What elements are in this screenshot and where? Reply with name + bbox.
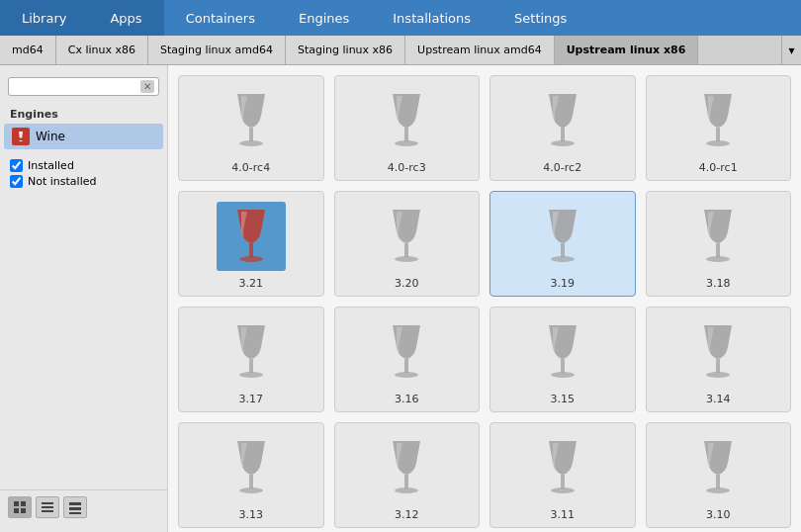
card-label: 3.13 <box>239 508 264 521</box>
content-area[interactable]: 4.0-rc4 4.0-rc3 4.0-rc2 <box>168 65 801 532</box>
wine-glass-container <box>217 86 286 155</box>
nav-installations[interactable]: Installations <box>371 0 492 36</box>
svg-rect-21 <box>404 243 408 257</box>
svg-rect-9 <box>69 507 81 510</box>
engines-section-label: Engines <box>0 104 167 123</box>
engine-card[interactable]: 3.15 <box>490 307 636 412</box>
wine-engine-label: Wine <box>36 130 65 143</box>
svg-rect-37 <box>404 475 408 488</box>
card-label: 3.12 <box>395 508 419 521</box>
svg-point-32 <box>551 372 575 378</box>
engine-card[interactable]: 4.0-rc1 <box>646 75 792 181</box>
svg-rect-39 <box>561 475 565 488</box>
engine-card[interactable]: 3.19 <box>490 191 636 297</box>
installed-label: Installed <box>28 159 74 172</box>
engines-grid: 4.0-rc4 4.0-rc3 4.0-rc2 <box>178 75 791 528</box>
svg-point-20 <box>239 256 263 262</box>
engine-card[interactable]: 3.16 <box>334 307 481 412</box>
tab-cx-linux-x86[interactable]: Cx linux x86 <box>56 36 148 64</box>
tab-md64[interactable]: md64 <box>0 36 56 64</box>
engine-card[interactable]: 3.21 <box>178 191 324 297</box>
svg-rect-41 <box>716 475 720 488</box>
engine-card[interactable]: 4.0-rc4 <box>178 75 324 181</box>
engine-card[interactable]: 3.13 <box>178 422 324 528</box>
svg-rect-7 <box>42 510 53 512</box>
nav-library[interactable]: Library <box>0 0 88 36</box>
search-input[interactable] <box>13 81 140 93</box>
wine-glass-container <box>528 86 597 155</box>
card-label: 3.21 <box>239 277 264 290</box>
svg-point-28 <box>239 372 263 378</box>
not-installed-label: Not installed <box>28 175 96 188</box>
tab-staging-linux-amd64[interactable]: Staging linux amd64 <box>148 36 286 64</box>
grid-view-button[interactable] <box>8 496 32 518</box>
list-compact-view-button[interactable] <box>36 496 59 518</box>
svg-point-34 <box>706 372 730 378</box>
nav-containers[interactable]: Containers <box>164 0 277 36</box>
svg-point-16 <box>551 140 575 146</box>
tab-upstream-linux-x86[interactable]: Upstream linux x86 <box>555 36 699 64</box>
wine-glass-container <box>217 202 286 271</box>
tab-staging-linux-x86[interactable]: Staging linux x86 <box>286 36 405 64</box>
wine-glass-container <box>372 433 441 502</box>
card-label: 4.0-rc3 <box>388 161 426 174</box>
svg-rect-25 <box>716 243 720 257</box>
svg-rect-6 <box>42 506 53 508</box>
svg-point-36 <box>239 488 263 493</box>
svg-rect-8 <box>69 502 81 505</box>
card-label: 3.19 <box>551 277 576 290</box>
card-label: 3.18 <box>706 277 731 290</box>
engine-card[interactable]: 3.10 <box>646 422 792 528</box>
nav-apps[interactable]: Apps <box>88 0 163 36</box>
engine-card[interactable]: 4.0-rc3 <box>334 75 481 181</box>
engine-card[interactable]: 3.20 <box>334 191 481 297</box>
tabs-dropdown-button[interactable]: ▾ <box>781 36 801 64</box>
svg-rect-17 <box>716 128 720 141</box>
engine-card[interactable]: 3.14 <box>646 307 792 412</box>
not-installed-filter[interactable]: Not installed <box>10 175 157 188</box>
wine-glass-container <box>683 317 753 387</box>
installed-checkbox[interactable] <box>10 159 23 172</box>
wine-glass-container <box>528 433 597 502</box>
card-label: 3.10 <box>706 508 731 521</box>
wine-glass-container <box>683 202 753 271</box>
svg-rect-29 <box>404 359 408 373</box>
svg-rect-23 <box>561 243 565 257</box>
nav-engines[interactable]: Engines <box>277 0 371 36</box>
svg-rect-35 <box>249 475 253 488</box>
svg-rect-4 <box>21 508 26 513</box>
not-installed-checkbox[interactable] <box>10 175 23 188</box>
svg-point-30 <box>395 372 418 378</box>
card-label: 4.0-rc2 <box>543 161 581 174</box>
wine-glass-container <box>217 433 286 502</box>
installed-filter[interactable]: Installed <box>10 159 157 172</box>
engine-card[interactable]: 3.18 <box>646 191 792 297</box>
engine-wine-item[interactable]: Wine <box>4 124 163 149</box>
card-label: 4.0-rc4 <box>231 161 270 174</box>
view-toggle-group <box>0 489 167 524</box>
clear-search-button[interactable]: ✕ <box>140 80 154 93</box>
wine-glass-container <box>217 317 286 387</box>
filter-checkboxes: Installed Not installed <box>0 156 167 191</box>
svg-point-24 <box>551 256 575 262</box>
svg-point-22 <box>395 256 418 262</box>
nav-settings[interactable]: Settings <box>492 0 588 36</box>
svg-rect-11 <box>249 128 253 141</box>
wine-glass-container <box>683 86 753 155</box>
card-label: 3.16 <box>395 393 419 405</box>
svg-rect-3 <box>14 508 19 513</box>
card-label: 3.15 <box>551 393 576 405</box>
svg-rect-2 <box>21 501 26 506</box>
engine-card[interactable]: 3.17 <box>178 307 324 412</box>
svg-point-18 <box>706 140 730 146</box>
engine-card[interactable]: 4.0-rc2 <box>490 75 636 181</box>
tab-upstream-linux-amd64[interactable]: Upstream linux amd64 <box>405 36 555 64</box>
svg-point-12 <box>239 140 263 146</box>
card-label: 3.11 <box>551 508 576 521</box>
engine-card[interactable]: 3.11 <box>490 422 636 528</box>
search-box[interactable]: ✕ <box>8 77 159 96</box>
list-view-button[interactable] <box>63 496 87 518</box>
card-label: 4.0-rc1 <box>699 161 738 174</box>
engine-card[interactable]: 3.12 <box>334 422 481 528</box>
svg-point-14 <box>395 140 418 146</box>
